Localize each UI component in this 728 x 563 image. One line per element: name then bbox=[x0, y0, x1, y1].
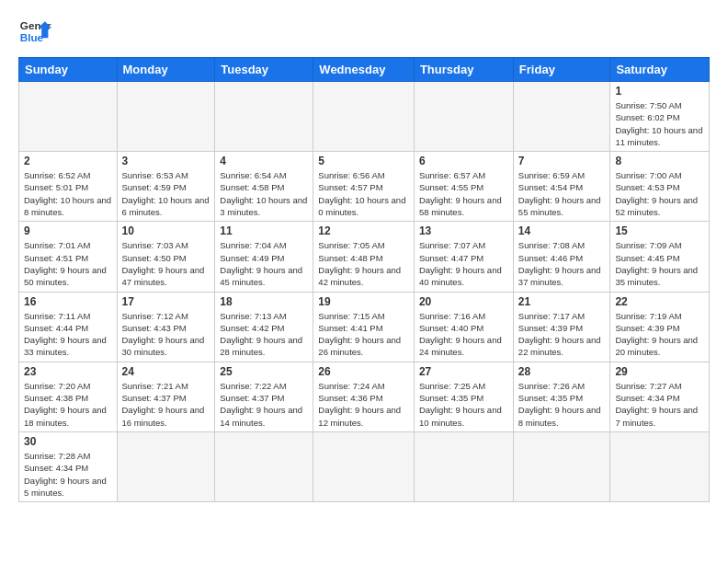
day-cell: 27Sunrise: 7:25 AM Sunset: 4:35 PM Dayli… bbox=[414, 362, 513, 431]
day-cell: 14Sunrise: 7:08 AM Sunset: 4:46 PM Dayli… bbox=[513, 222, 610, 292]
day-cell: 18Sunrise: 7:13 AM Sunset: 4:42 PM Dayli… bbox=[215, 292, 313, 362]
day-cell bbox=[313, 82, 415, 152]
day-cell: 28Sunrise: 7:26 AM Sunset: 4:35 PM Dayli… bbox=[513, 362, 610, 431]
day-info: Sunrise: 6:53 AM Sunset: 4:59 PM Dayligh… bbox=[122, 169, 210, 218]
day-info: Sunrise: 7:26 AM Sunset: 4:35 PM Dayligh… bbox=[518, 380, 606, 429]
day-number: 3 bbox=[122, 155, 210, 167]
day-cell bbox=[513, 431, 610, 501]
day-cell: 8Sunrise: 7:00 AM Sunset: 4:53 PM Daylig… bbox=[610, 152, 710, 222]
day-info: Sunrise: 7:11 AM Sunset: 4:44 PM Dayligh… bbox=[24, 310, 112, 359]
day-cell: 16Sunrise: 7:11 AM Sunset: 4:44 PM Dayli… bbox=[19, 292, 118, 362]
day-number: 2 bbox=[24, 155, 112, 167]
day-info: Sunrise: 7:17 AM Sunset: 4:39 PM Dayligh… bbox=[518, 310, 606, 359]
day-number: 5 bbox=[318, 155, 409, 167]
day-info: Sunrise: 6:56 AM Sunset: 4:57 PM Dayligh… bbox=[318, 169, 409, 218]
day-info: Sunrise: 7:04 AM Sunset: 4:49 PM Dayligh… bbox=[220, 239, 308, 288]
day-cell bbox=[117, 82, 215, 152]
day-number: 12 bbox=[318, 224, 409, 237]
day-info: Sunrise: 7:28 AM Sunset: 4:34 PM Dayligh… bbox=[24, 450, 112, 499]
day-cell bbox=[19, 82, 118, 152]
day-cell: 25Sunrise: 7:22 AM Sunset: 4:37 PM Dayli… bbox=[215, 362, 313, 431]
day-info: Sunrise: 7:20 AM Sunset: 4:38 PM Dayligh… bbox=[24, 380, 112, 429]
day-info: Sunrise: 7:15 AM Sunset: 4:41 PM Dayligh… bbox=[318, 310, 409, 359]
day-number: 9 bbox=[24, 224, 112, 237]
calendar-table: SundayMondayTuesdayWednesdayThursdayFrid… bbox=[18, 57, 710, 502]
day-number: 24 bbox=[122, 365, 210, 378]
weekday-header-tuesday: Tuesday bbox=[215, 58, 313, 82]
day-cell: 4Sunrise: 6:54 AM Sunset: 4:58 PM Daylig… bbox=[215, 152, 313, 222]
weekday-header-thursday: Thursday bbox=[414, 58, 513, 82]
weekday-header-friday: Friday bbox=[513, 58, 610, 82]
day-number: 17 bbox=[122, 295, 210, 308]
day-info: Sunrise: 7:00 AM Sunset: 4:53 PM Dayligh… bbox=[615, 169, 704, 218]
day-number: 6 bbox=[419, 155, 508, 167]
day-cell: 29Sunrise: 7:27 AM Sunset: 4:34 PM Dayli… bbox=[610, 362, 710, 431]
day-number: 23 bbox=[24, 365, 112, 378]
day-number: 26 bbox=[318, 365, 409, 378]
day-number: 15 bbox=[615, 224, 704, 237]
day-cell: 7Sunrise: 6:59 AM Sunset: 4:54 PM Daylig… bbox=[513, 152, 610, 222]
weekday-header-row: SundayMondayTuesdayWednesdayThursdayFrid… bbox=[19, 58, 710, 82]
day-cell: 9Sunrise: 7:01 AM Sunset: 4:51 PM Daylig… bbox=[19, 222, 118, 292]
week-row-1: 2Sunrise: 6:52 AM Sunset: 5:01 PM Daylig… bbox=[19, 152, 710, 222]
weekday-header-sunday: Sunday bbox=[19, 58, 118, 82]
day-info: Sunrise: 7:09 AM Sunset: 4:45 PM Dayligh… bbox=[615, 239, 704, 288]
day-number: 28 bbox=[518, 365, 606, 378]
day-number: 16 bbox=[24, 295, 112, 308]
day-number: 7 bbox=[518, 155, 606, 167]
day-number: 21 bbox=[518, 295, 606, 308]
day-number: 20 bbox=[419, 295, 508, 308]
day-cell bbox=[414, 431, 513, 501]
day-number: 29 bbox=[615, 365, 704, 378]
day-info: Sunrise: 7:27 AM Sunset: 4:34 PM Dayligh… bbox=[615, 380, 704, 429]
week-row-5: 30Sunrise: 7:28 AM Sunset: 4:34 PM Dayli… bbox=[19, 431, 710, 501]
day-info: Sunrise: 6:52 AM Sunset: 5:01 PM Dayligh… bbox=[24, 169, 112, 218]
day-number: 4 bbox=[220, 155, 308, 167]
day-number: 25 bbox=[220, 365, 308, 378]
day-cell: 22Sunrise: 7:19 AM Sunset: 4:39 PM Dayli… bbox=[610, 292, 710, 362]
day-number: 18 bbox=[220, 295, 308, 308]
day-cell bbox=[215, 431, 313, 501]
day-info: Sunrise: 7:08 AM Sunset: 4:46 PM Dayligh… bbox=[518, 239, 606, 288]
day-info: Sunrise: 7:07 AM Sunset: 4:47 PM Dayligh… bbox=[419, 239, 508, 288]
day-info: Sunrise: 7:12 AM Sunset: 4:43 PM Dayligh… bbox=[122, 310, 210, 359]
day-number: 19 bbox=[318, 295, 409, 308]
day-cell: 1Sunrise: 7:50 AM Sunset: 6:02 PM Daylig… bbox=[610, 82, 710, 152]
day-number: 10 bbox=[122, 224, 210, 237]
day-cell: 19Sunrise: 7:15 AM Sunset: 4:41 PM Dayli… bbox=[313, 292, 415, 362]
day-info: Sunrise: 6:54 AM Sunset: 4:58 PM Dayligh… bbox=[220, 169, 308, 218]
page: General Blue SundayMondayTuesdayWednesda… bbox=[0, 0, 728, 511]
day-cell bbox=[215, 82, 313, 152]
svg-text:Blue: Blue bbox=[20, 31, 44, 43]
weekday-header-monday: Monday bbox=[117, 58, 215, 82]
day-info: Sunrise: 7:50 AM Sunset: 6:02 PM Dayligh… bbox=[615, 99, 704, 148]
week-row-3: 16Sunrise: 7:11 AM Sunset: 4:44 PM Dayli… bbox=[19, 292, 710, 362]
day-cell bbox=[117, 431, 215, 501]
day-cell: 17Sunrise: 7:12 AM Sunset: 4:43 PM Dayli… bbox=[117, 292, 215, 362]
day-cell bbox=[513, 82, 610, 152]
day-cell: 12Sunrise: 7:05 AM Sunset: 4:48 PM Dayli… bbox=[313, 222, 415, 292]
day-number: 13 bbox=[419, 224, 508, 237]
day-cell: 20Sunrise: 7:16 AM Sunset: 4:40 PM Dayli… bbox=[414, 292, 513, 362]
day-cell: 11Sunrise: 7:04 AM Sunset: 4:49 PM Dayli… bbox=[215, 222, 313, 292]
day-info: Sunrise: 7:05 AM Sunset: 4:48 PM Dayligh… bbox=[318, 239, 409, 288]
day-cell: 24Sunrise: 7:21 AM Sunset: 4:37 PM Dayli… bbox=[117, 362, 215, 431]
day-cell: 6Sunrise: 6:57 AM Sunset: 4:55 PM Daylig… bbox=[414, 152, 513, 222]
day-number: 11 bbox=[220, 224, 308, 237]
day-cell: 30Sunrise: 7:28 AM Sunset: 4:34 PM Dayli… bbox=[19, 431, 118, 501]
day-info: Sunrise: 7:22 AM Sunset: 4:37 PM Dayligh… bbox=[220, 380, 308, 429]
day-number: 14 bbox=[518, 224, 606, 237]
day-cell bbox=[313, 431, 415, 501]
logo: General Blue bbox=[18, 15, 51, 48]
day-number: 22 bbox=[615, 295, 704, 308]
header: General Blue bbox=[18, 15, 710, 48]
day-number: 30 bbox=[24, 435, 112, 448]
day-info: Sunrise: 7:13 AM Sunset: 4:42 PM Dayligh… bbox=[220, 310, 308, 359]
day-info: Sunrise: 7:03 AM Sunset: 4:50 PM Dayligh… bbox=[122, 239, 210, 288]
day-info: Sunrise: 6:57 AM Sunset: 4:55 PM Dayligh… bbox=[419, 169, 508, 218]
week-row-2: 9Sunrise: 7:01 AM Sunset: 4:51 PM Daylig… bbox=[19, 222, 710, 292]
day-cell: 13Sunrise: 7:07 AM Sunset: 4:47 PM Dayli… bbox=[414, 222, 513, 292]
day-number: 27 bbox=[419, 365, 508, 378]
day-cell bbox=[610, 431, 710, 501]
day-info: Sunrise: 6:59 AM Sunset: 4:54 PM Dayligh… bbox=[518, 169, 606, 218]
